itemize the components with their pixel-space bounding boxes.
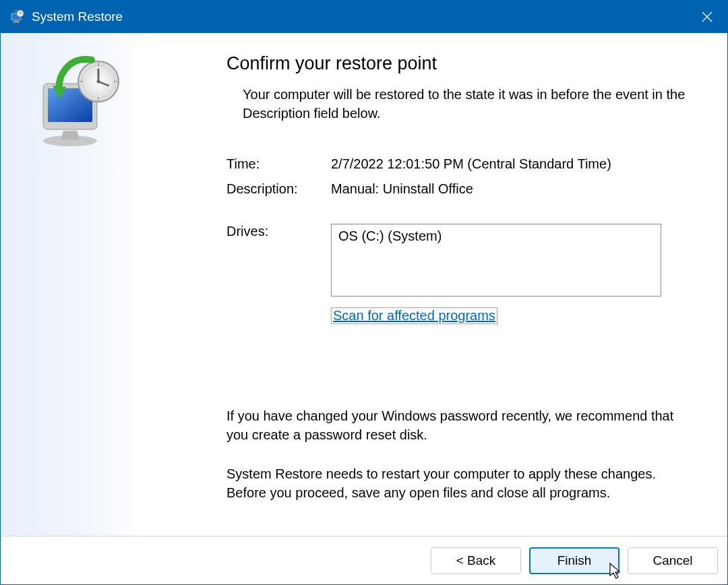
finish-button-label: Finish: [557, 553, 592, 568]
cancel-button[interactable]: Cancel: [628, 547, 718, 574]
time-row: Time: 2/7/2022 12:01:50 PM (Central Stan…: [226, 156, 687, 172]
drive-item: OS (C:) (System): [338, 228, 654, 244]
page-subtext: Your computer will be restored to the st…: [226, 85, 687, 123]
svg-rect-2: [13, 22, 20, 23]
scan-affected-programs-link[interactable]: Scan for affected programs: [331, 307, 497, 324]
cursor-icon: [609, 562, 624, 580]
scan-link-row: Scan for affected programs: [226, 307, 687, 324]
description-label: Description:: [226, 181, 331, 197]
system-restore-large-icon: [24, 53, 146, 154]
time-value: 2/7/2022 12:01:50 PM (Central Standard T…: [331, 156, 687, 172]
close-button[interactable]: [687, 1, 727, 33]
back-button[interactable]: < Back: [431, 547, 521, 574]
svg-rect-1: [14, 20, 18, 22]
finish-button[interactable]: Finish: [529, 547, 619, 574]
restart-note: System Restore needs to restart your com…: [226, 464, 687, 502]
left-panel: [1, 33, 146, 536]
drives-row: Drives: OS (C:) (System): [226, 224, 687, 297]
description-row: Description: Manual: Uninstall Office: [226, 181, 687, 197]
description-value: Manual: Uninstall Office: [331, 181, 687, 197]
window-title: System Restore: [32, 9, 123, 24]
content-area: Confirm your restore point Your computer…: [1, 33, 727, 536]
page-heading: Confirm your restore point: [226, 53, 687, 74]
system-restore-window: System Restore: [0, 0, 728, 585]
password-note: If you have changed your Windows passwor…: [226, 406, 687, 444]
drives-list[interactable]: OS (C:) (System): [331, 224, 661, 297]
main-panel: Confirm your restore point Your computer…: [146, 33, 727, 536]
titlebar: System Restore: [1, 1, 727, 33]
footer: < Back Finish Cancel: [1, 536, 727, 584]
time-label: Time:: [226, 156, 331, 172]
system-restore-icon: [9, 9, 25, 25]
drives-label: Drives:: [226, 224, 331, 297]
